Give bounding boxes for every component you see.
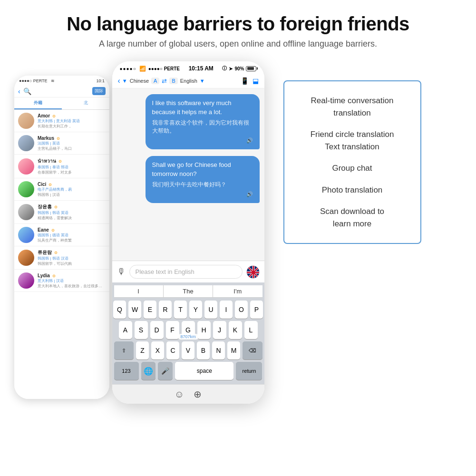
- list-item[interactable]: Markus ⊙ 法国韩 | 英语 主营礼品镜子，马口: [14, 132, 109, 155]
- lang-b-badge: B: [169, 78, 177, 84]
- key-i[interactable]: I: [220, 301, 233, 319]
- key-r[interactable]: R: [159, 301, 172, 319]
- contact-desc: 意大利本地人，喜欢旅游，去过很多地方和......: [38, 283, 106, 289]
- left-tab-north[interactable]: 北: [62, 97, 109, 109]
- lang-b-label[interactable]: English: [180, 78, 197, 84]
- msg-cn-2: 我们明天中午去吃中餐好吗？: [152, 181, 253, 189]
- left-search-icon[interactable]: 🔍: [23, 87, 31, 95]
- contact-desc: 玩具生产商，种类繁: [38, 238, 106, 243]
- avatar: [18, 272, 34, 289]
- key-l[interactable]: L: [244, 321, 258, 339]
- key-123[interactable]: 123: [114, 362, 139, 380]
- key-w[interactable]: W: [128, 301, 141, 319]
- msg-cn-1: 我非常喜欢这个软件，因为它对我有很大帮助。: [152, 119, 253, 136]
- key-c[interactable]: C: [166, 341, 179, 359]
- chat-toolbar: ‹ ▼ Chinese A ⇄ B English ▼ 📱 ⬓: [112, 74, 264, 88]
- contact-langs: 德国韩 | 德语 英语: [38, 233, 106, 238]
- list-item[interactable]: Eane ⊙ 德国韩 | 德语 英语 玩具生产商，种类繁: [14, 224, 109, 246]
- microphone-icon[interactable]: 🎙: [117, 267, 126, 277]
- key-mic[interactable]: 🎤: [158, 362, 173, 380]
- key-t[interactable]: T: [174, 301, 187, 319]
- language-flag-icon[interactable]: [246, 265, 260, 279]
- phone-icon[interactable]: 📱: [241, 77, 249, 85]
- key-q[interactable]: Q: [113, 301, 126, 319]
- left-time: 10:1: [96, 78, 105, 83]
- contact-info: Eane ⊙ 德国韩 | 德语 英语 玩具生产商，种类繁: [38, 227, 106, 243]
- emoji-icon[interactable]: ☺: [175, 389, 184, 400]
- key-globe[interactable]: 🌐: [141, 362, 156, 380]
- key-a[interactable]: A: [119, 321, 132, 339]
- key-return[interactable]: return: [236, 362, 262, 380]
- suggestion-3[interactable]: I'm: [213, 285, 262, 297]
- feature-photo: Photo translation: [298, 184, 407, 196]
- key-j[interactable]: J: [213, 321, 226, 339]
- key-k[interactable]: K: [229, 321, 242, 339]
- left-intl-button[interactable]: 国际: [92, 87, 106, 95]
- feature-friend-circle: Friend circle translationText translatio…: [298, 128, 407, 153]
- contact-info: นำหวาน ⊙ 泰国韩 | 泰语 韩语 在泰国留学，对太多: [38, 157, 106, 175]
- key-shift[interactable]: ⇧: [114, 341, 134, 359]
- bottom-bar: ☺ ⊕: [112, 384, 264, 404]
- feature-box: Real-time conversationtranslation Friend…: [283, 80, 421, 244]
- contact-name: 장윤홍 ⊙: [38, 204, 106, 210]
- left-tab-waiji[interactable]: 外籍: [14, 97, 62, 109]
- contact-desc: 主营礼品镜子，马口: [38, 146, 106, 151]
- key-b[interactable]: B: [197, 341, 210, 359]
- contact-info: 류윤람 ⊙ 韩国韩 | 韩语 汉语 韩国留学，可以代购: [38, 249, 106, 266]
- key-x[interactable]: X: [151, 341, 164, 359]
- key-d[interactable]: D: [150, 321, 164, 339]
- list-item[interactable]: Amor ⊙ 意大利韩 | 意大利语 英语 长期在意大利工作，: [14, 110, 109, 132]
- msg-audio-1: 🔊: [152, 137, 253, 145]
- feature-realtime: Real-time conversationtranslation: [298, 95, 407, 119]
- list-item[interactable]: 류윤람 ⊙ 韩国韩 | 韩语 汉语 韩国留学，可以代购: [14, 246, 109, 270]
- contact-desc: 精通网络，需要解决: [38, 215, 106, 221]
- key-f[interactable]: F: [166, 321, 179, 339]
- signal-dots: ●●●●○: [120, 66, 136, 71]
- key-u[interactable]: U: [204, 301, 217, 319]
- contact-langs: 法国韩 | 英语: [38, 141, 106, 146]
- key-e[interactable]: E: [144, 301, 156, 319]
- left-back-icon[interactable]: ‹: [18, 87, 20, 95]
- list-item[interactable]: Lydia ⊙ 意大利韩 | 汉语 意大利本地人，喜欢旅游，去过很多地方和...…: [14, 270, 109, 292]
- key-m[interactable]: M: [227, 341, 240, 359]
- list-item[interactable]: Cici ⊙ 电子产品销售商，易 韩国韩 | 汉语: [14, 178, 109, 201]
- key-s[interactable]: S: [135, 321, 148, 339]
- list-item[interactable]: 장윤홍 ⊙ 韩国韩 | 韩语 英语 精通网络，需要解决: [14, 201, 109, 224]
- swap-icon[interactable]: ⇄: [162, 78, 167, 85]
- feature-scan: Scan download tolearn more: [298, 205, 407, 230]
- avatar: [18, 204, 34, 220]
- key-y[interactable]: Y: [189, 301, 202, 319]
- key-p[interactable]: P: [250, 301, 263, 319]
- chat-input[interactable]: Please text in English: [129, 265, 243, 279]
- contact-langs: 韩国韩 | 韩语 英语: [38, 210, 106, 215]
- back-button[interactable]: ‹: [118, 77, 120, 85]
- add-icon[interactable]: ⊕: [194, 389, 202, 400]
- keyboard: I The I'm Q W E R T Y U I O P: [112, 282, 264, 384]
- key-h[interactable]: H: [197, 321, 211, 339]
- key-delete[interactable]: ⌫: [243, 341, 262, 359]
- key-v[interactable]: V: [182, 341, 194, 359]
- key-z[interactable]: Z: [136, 341, 149, 359]
- location-icon: ⓘ: [222, 65, 227, 72]
- suggestion-1[interactable]: I: [114, 285, 164, 297]
- message-bubble-1: I like this software very much because i…: [146, 94, 260, 149]
- lang-b-dropdown[interactable]: ▼: [200, 78, 205, 84]
- lang-a-dropdown[interactable]: ▼: [122, 78, 127, 84]
- key-n[interactable]: N: [212, 341, 225, 359]
- list-item[interactable]: นำหวาน ⊙ 泰国韩 | 泰语 韩语 在泰国留学，对太多: [14, 155, 109, 178]
- bluetooth-icon[interactable]: ⬓: [253, 77, 259, 85]
- page-header: No language barriers to foreign friends …: [0, 0, 476, 57]
- msg-audio-2: 🔊: [152, 191, 253, 198]
- key-space[interactable]: space: [175, 362, 233, 380]
- left-status-bar: ●●●●○ PERTE ≋ 10:1: [14, 76, 109, 85]
- contact-name: Markus ⊙: [38, 136, 106, 141]
- avatar: [18, 113, 34, 129]
- page-title: No language barriers to foreign friends: [19, 13, 457, 34]
- battery-fill: [247, 67, 254, 70]
- avatar: [18, 158, 34, 175]
- chat-messages: I like this software very much because i…: [112, 88, 264, 261]
- contact-langs: 电子产品销售商，易: [38, 187, 106, 192]
- lang-a-label[interactable]: Chinese: [130, 78, 149, 84]
- suggestion-2[interactable]: The: [164, 285, 213, 297]
- key-o[interactable]: O: [235, 301, 248, 319]
